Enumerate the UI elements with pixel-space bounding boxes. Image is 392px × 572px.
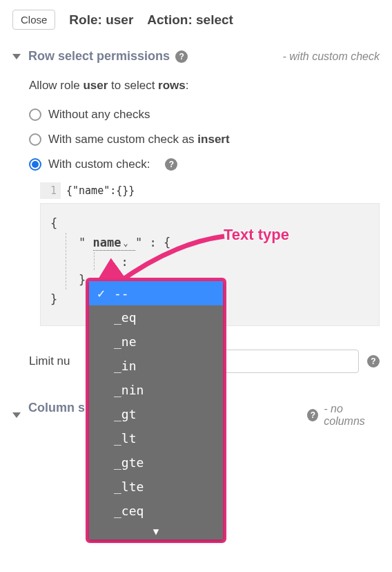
radio-label: With custom check:: [48, 158, 150, 171]
header-row: Close Role: user Action: select: [12, 10, 380, 30]
dropdown-item[interactable]: _ceq: [89, 499, 223, 523]
builder-open-brace: {: [50, 213, 369, 233]
row-permissions-suffix: - with custom check: [283, 50, 380, 63]
row-permissions-header[interactable]: Row select permissions ? - with custom c…: [12, 49, 380, 64]
action-label: Action: select: [147, 12, 233, 28]
code-content: {"name":{}}: [61, 182, 140, 199]
chevron-down-icon: [12, 54, 21, 59]
dropdown-item[interactable]: _gte: [89, 450, 223, 475]
help-icon[interactable]: ?: [367, 355, 380, 368]
chevron-down-icon: [12, 412, 21, 418]
dropdown-item[interactable]: _in: [89, 354, 223, 378]
code-editor[interactable]: 1 {"name":{}}: [40, 182, 380, 199]
radio-label: Without any checks: [48, 108, 150, 122]
dropdown-item[interactable]: _ne: [89, 330, 223, 354]
dropdown-item[interactable]: _gt: [89, 402, 223, 426]
chevron-down-icon: ⌄: [123, 238, 128, 248]
radio-custom-check[interactable]: With custom check: ?: [29, 158, 380, 171]
line-gutter: 1: [40, 182, 61, 199]
role-label: Role: user: [69, 12, 133, 28]
help-icon[interactable]: ?: [175, 50, 188, 63]
help-icon[interactable]: ?: [165, 158, 177, 171]
builder-field-row[interactable]: " name⌄ " : {: [79, 233, 369, 252]
limit-input[interactable]: [210, 350, 359, 373]
radio-icon: [29, 158, 41, 171]
dropdown-item[interactable]: _lt: [89, 426, 223, 450]
radio-label: With same custom check as insert: [48, 133, 230, 146]
dropdown-item[interactable]: _nin: [89, 378, 223, 402]
help-icon[interactable]: ?: [307, 409, 318, 421]
radio-icon: [29, 133, 41, 146]
builder-operator-row[interactable]: op:: [107, 252, 369, 270]
limit-label: Limit nu: [29, 354, 70, 368]
operator-dropdown-highlight: -- _eq _ne _in _nin _gt _lt _gte _lte _c…: [86, 278, 226, 543]
radio-icon: [29, 108, 41, 121]
builder-field-name[interactable]: name⌄: [93, 236, 135, 251]
row-permissions-title: Row select permissions: [28, 49, 170, 64]
column-permissions-suffix: - no columns: [324, 403, 380, 428]
dropdown-item[interactable]: _eq: [89, 305, 223, 330]
dropdown-scroll-down-icon[interactable]: ▼: [89, 523, 223, 540]
operator-dropdown[interactable]: -- _eq _ne _in _nin _gt _lt _gte _lte _c…: [89, 281, 223, 540]
dropdown-item[interactable]: --: [89, 281, 223, 305]
close-button[interactable]: Close: [12, 10, 55, 30]
radio-without-checks[interactable]: Without any checks: [29, 108, 380, 122]
dropdown-item[interactable]: _lte: [89, 475, 223, 499]
radio-same-as-insert[interactable]: With same custom check as insert: [29, 133, 380, 146]
allow-text: Allow role user to select rows:: [29, 79, 380, 93]
